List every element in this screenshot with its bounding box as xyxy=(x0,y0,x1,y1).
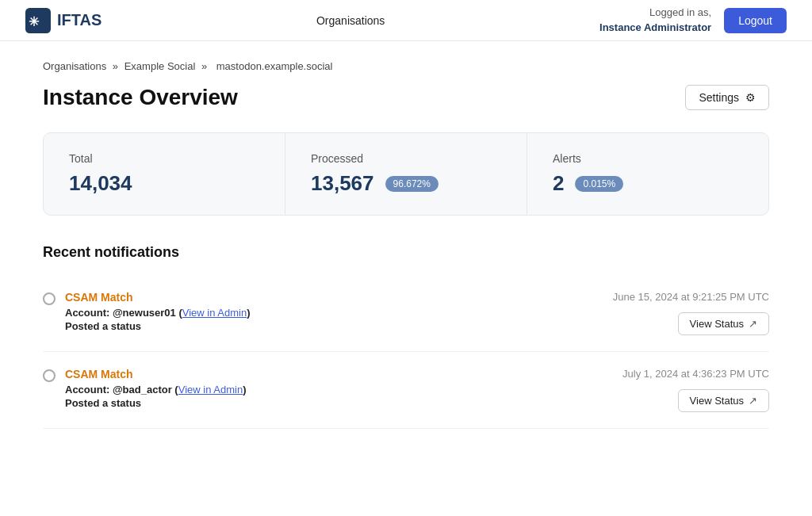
notification-item: CSAM Match Account: @newuser01 (View in … xyxy=(43,275,769,352)
notification-right-1: June 15, 2024 at 9:21:25 PM UTC View Sta… xyxy=(613,291,769,335)
notif-dot-2 xyxy=(43,369,56,382)
logout-button[interactable]: Logout xyxy=(724,8,787,33)
notif-type-1: CSAM Match xyxy=(65,291,251,304)
app-header: ✳ IFTAS Organisations Logged in as, Inst… xyxy=(0,0,812,41)
breadcrumb-current: mastodon.example.social xyxy=(216,60,333,72)
notif-action-2: Posted a status xyxy=(65,397,246,409)
settings-button[interactable]: Settings ⚙ xyxy=(685,85,769,110)
breadcrumb-organisations[interactable]: Organisations xyxy=(43,60,106,72)
notification-left-1: CSAM Match Account: @newuser01 (View in … xyxy=(43,291,251,332)
notifications-section: Recent notifications CSAM Match Account:… xyxy=(43,244,769,429)
notif-content-1: CSAM Match Account: @newuser01 (View in … xyxy=(65,291,251,332)
notif-account-1: Account: @newuser01 (View in Admin) xyxy=(65,307,251,319)
notification-right-2: July 1, 2024 at 4:36:23 PM UTC View Stat… xyxy=(622,368,769,412)
notif-account-prefix-2: Account: @bad_actor xyxy=(65,384,172,396)
stat-alerts: Alerts 2 0.015% xyxy=(527,133,768,215)
logo-text: IFTAS xyxy=(57,11,102,29)
total-value: 14,034 xyxy=(69,171,132,196)
notif-type-2: CSAM Match xyxy=(65,368,246,380)
notifications-title: Recent notifications xyxy=(43,244,769,261)
notif-account-2: Account: @bad_actor (View in Admin) xyxy=(65,384,246,396)
view-status-label-2: View Status xyxy=(690,395,744,407)
processed-badge: 96.672% xyxy=(385,176,439,192)
stat-processed: Processed 13,567 96.672% xyxy=(285,133,527,215)
processed-label: Processed xyxy=(311,152,501,165)
breadcrumb-sep-2: » xyxy=(201,60,210,72)
external-link-icon-1: ↗ xyxy=(749,318,757,330)
settings-icon: ⚙ xyxy=(745,91,756,104)
notification-left-2: CSAM Match Account: @bad_actor (View in … xyxy=(43,368,246,409)
logo-icon: ✳ xyxy=(25,8,51,33)
total-label: Total xyxy=(69,152,259,165)
notif-time-2: July 1, 2024 at 4:36:23 PM UTC xyxy=(622,368,769,380)
page-title-row: Instance Overview Settings ⚙ xyxy=(43,85,769,110)
breadcrumb: Organisations » Example Social » mastodo… xyxy=(43,60,769,72)
view-in-admin-link-1[interactable]: View in Admin xyxy=(182,307,247,319)
settings-label: Settings xyxy=(699,91,739,104)
notification-item-2: CSAM Match Account: @bad_actor (View in … xyxy=(43,352,769,429)
main-content: Organisations » Example Social » mastodo… xyxy=(17,41,795,448)
page-title: Instance Overview xyxy=(43,85,238,110)
breadcrumb-example-social[interactable]: Example Social xyxy=(124,60,196,72)
external-link-icon-2: ↗ xyxy=(749,395,757,407)
view-in-admin-link-2[interactable]: View in Admin xyxy=(178,384,243,396)
notif-content-2: CSAM Match Account: @bad_actor (View in … xyxy=(65,368,246,409)
notif-dot-1 xyxy=(43,292,56,305)
notif-account-prefix-1: Account: @newuser01 xyxy=(65,307,176,319)
logo: ✳ IFTAS xyxy=(25,8,102,33)
nav-organisations[interactable]: Organisations xyxy=(316,14,385,27)
breadcrumb-sep-1: » xyxy=(113,60,121,72)
user-name: Instance Administrator xyxy=(599,21,711,35)
stats-card: Total 14,034 Processed 13,567 96.672% Al… xyxy=(43,132,769,216)
notif-action-1: Posted a status xyxy=(65,320,251,332)
svg-text:✳: ✳ xyxy=(29,15,40,29)
view-status-button-2[interactable]: View Status ↗ xyxy=(678,389,769,412)
alerts-value: 2 xyxy=(553,171,564,196)
alerts-badge: 0.015% xyxy=(575,176,623,192)
user-info: Logged in as, Instance Administrator xyxy=(599,6,711,34)
stat-total: Total 14,034 xyxy=(44,133,285,215)
view-status-label-1: View Status xyxy=(690,318,744,330)
main-nav[interactable]: Organisations xyxy=(316,14,385,27)
header-right: Logged in as, Instance Administrator Log… xyxy=(599,6,787,34)
alerts-label: Alerts xyxy=(553,152,743,165)
processed-value: 13,567 xyxy=(311,171,374,196)
user-greeting: Logged in as, xyxy=(649,6,711,18)
notif-time-1: June 15, 2024 at 9:21:25 PM UTC xyxy=(613,291,769,303)
view-status-button-1[interactable]: View Status ↗ xyxy=(678,312,769,335)
